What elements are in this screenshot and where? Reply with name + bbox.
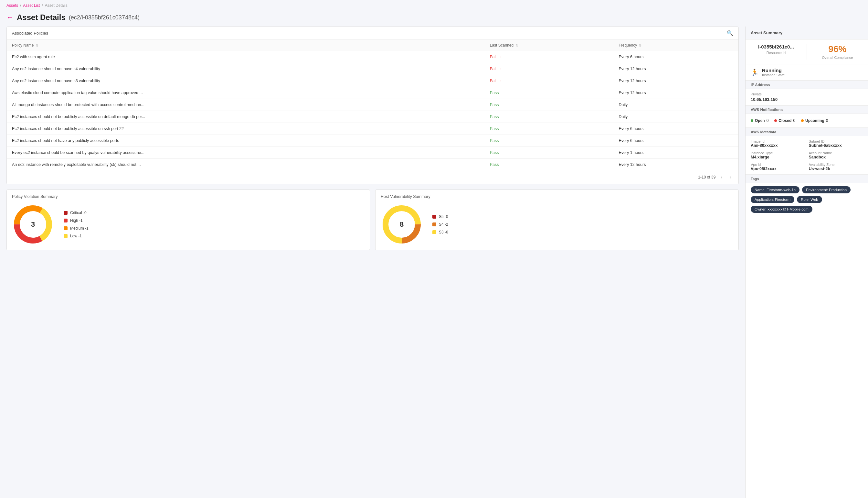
- table-row[interactable]: Any ec2 instance should not have s4 vuln…: [7, 63, 738, 75]
- policy-name-cell: Any ec2 instance should not have s4 vuln…: [7, 63, 485, 75]
- frequency-cell: Every 6 hours: [613, 135, 738, 147]
- breadcrumb-assets[interactable]: Assets: [6, 3, 18, 8]
- charts-row: Policy Violation Summary 3: [6, 189, 739, 250]
- prev-page-button[interactable]: ‹: [719, 174, 724, 181]
- policy-legend: Critical -0High -1Medium -1Low -1: [64, 210, 89, 238]
- upcoming-label: Upcoming: [805, 118, 824, 123]
- instance-state-sublabel: Instance State: [762, 73, 785, 77]
- legend-item: S5 -0: [432, 214, 448, 219]
- table-row[interactable]: Ec2 with ssm agent rule Fail → Every 6 h…: [7, 51, 738, 63]
- table-row[interactable]: Every ec2 instance should be scanned by …: [7, 147, 738, 159]
- running-icon: 🏃: [751, 68, 759, 76]
- metadata-item: Availability ZoneUs-west-2b: [809, 163, 863, 171]
- policy-violation-title: Policy Violation Summary: [12, 194, 365, 199]
- table-row[interactable]: Ec2 instances should not be publicly acc…: [7, 111, 738, 123]
- notif-upcoming: Upcoming 0: [801, 118, 828, 123]
- instance-state-label: Running: [762, 68, 785, 73]
- policy-violation-card: Policy Violation Summary 3: [6, 189, 370, 250]
- compliance-value: 96%: [811, 44, 864, 54]
- status-cell: Pass: [485, 135, 614, 147]
- notifications-section: Open 0 Closed 0 Upcoming 0: [746, 114, 868, 128]
- policies-table: Policy Name ⇅ Last Scanned ⇅ Frequency ⇅…: [7, 40, 738, 170]
- upcoming-dot: [801, 119, 804, 122]
- host-legend: S5 -0S4 -2S3 -6: [432, 214, 448, 234]
- compliance-label: Overall Compliance: [811, 56, 864, 60]
- frequency-cell: Every 12 hours: [613, 63, 738, 75]
- policy-name-cell: Aws elastic cloud compute application ta…: [7, 87, 485, 99]
- policy-name-cell: Ec2 instances should not be publicly acc…: [7, 123, 485, 135]
- tag-badge: Role: Web: [797, 196, 822, 203]
- policy-name-cell: Ec2 with ssm agent rule: [7, 51, 485, 63]
- closed-count: 0: [793, 118, 795, 123]
- legend-item: S4 -2: [432, 222, 448, 227]
- status-cell: Pass: [485, 87, 614, 99]
- policy-name-cell: An ec2 instance with remotely exploitabl…: [7, 159, 485, 171]
- closed-dot: [774, 119, 777, 122]
- policy-name-cell: All mongo db instances should be protect…: [7, 99, 485, 111]
- resource-id-value: I-0355bf261c0...: [749, 44, 803, 50]
- open-count: 0: [767, 118, 769, 123]
- metadata-item: Subnet IDSubnet-6a5xxxxx: [809, 139, 863, 148]
- table-row[interactable]: An ec2 instance with remotely exploitabl…: [7, 159, 738, 171]
- host-vulnerability-card: Host Vulnerability Summary 8 S5 -0S4 -2S…: [375, 189, 739, 250]
- ip-section: Private 10.65.163.150: [746, 89, 868, 105]
- card-header: Associated Policies 🔍: [7, 27, 738, 40]
- tag-badge: Owner: xxxxxxxx@T-Mobile.com: [751, 206, 812, 213]
- frequency-cell: Every 12 hours: [613, 75, 738, 87]
- notifications-section-title: AWS Notifications: [746, 105, 868, 114]
- metadata-section: Image IdAmi-80xxxxxxSubnet IDSubnet-6a5x…: [746, 136, 868, 175]
- right-panel: Asset Summary I-0355bf261c0... Resource …: [745, 27, 868, 498]
- frequency-cell: Daily: [613, 99, 738, 111]
- legend-item: Medium -1: [64, 226, 89, 231]
- compliance-cell: 96% Overall Compliance: [806, 44, 868, 60]
- legend-item: S3 -6: [432, 230, 448, 234]
- upcoming-count: 0: [826, 118, 828, 123]
- next-page-button[interactable]: ›: [728, 174, 733, 181]
- host-donut-label: 8: [400, 220, 404, 228]
- frequency-cell: Every 1 hours: [613, 147, 738, 159]
- tag-badge: Application: Firestorm: [751, 196, 794, 203]
- ip-value: 10.65.163.150: [751, 97, 863, 102]
- metadata-item: Instance TypeM4.xlarge: [751, 151, 805, 159]
- policy-donut: 3: [12, 204, 54, 246]
- pagination-info: 1-10 of 39: [698, 175, 716, 180]
- status-cell: Pass: [485, 147, 614, 159]
- metadata-item: Vpc IdVpc-05f2xxxx: [751, 163, 805, 171]
- table-row[interactable]: Any ec2 instance should not have s3 vuln…: [7, 75, 738, 87]
- host-vulnerability-title: Host Vulnerability Summary: [381, 194, 733, 199]
- frequency-cell: Every 6 hours: [613, 51, 738, 63]
- table-row[interactable]: Ec2 instances should not have any public…: [7, 135, 738, 147]
- metadata-section-title: AWS Metadata: [746, 128, 868, 136]
- tag-badge: Environment: Production: [802, 186, 851, 193]
- col-policy-name: Policy Name ⇅: [7, 40, 485, 51]
- table-row[interactable]: All mongo db instances should be protect…: [7, 99, 738, 111]
- notif-open: Open 0: [751, 118, 769, 123]
- legend-item: High -1: [64, 218, 89, 223]
- legend-item: Critical -0: [64, 210, 89, 215]
- policy-name-cell: Ec2 instances should not be publicly acc…: [7, 111, 485, 123]
- page-header: ← Asset Details (ec2/i-0355bf261c03748c4…: [0, 11, 868, 27]
- resource-id-cell: I-0355bf261c0... Resource Id: [746, 44, 806, 60]
- tags-container: Name: Firestorm-web-1aEnvironment: Produ…: [751, 186, 863, 213]
- search-button[interactable]: 🔍: [727, 30, 733, 36]
- status-cell: Fail →: [485, 51, 614, 63]
- associated-policies-card: Associated Policies 🔍 Policy Name ⇅ Last…: [6, 27, 739, 184]
- breadcrumb: Assets / Asset List / Asset Details: [0, 0, 868, 11]
- back-button[interactable]: ←: [6, 13, 14, 22]
- table-row[interactable]: Aws elastic cloud compute application ta…: [7, 87, 738, 99]
- policy-name-cell: Any ec2 instance should not have s3 vuln…: [7, 75, 485, 87]
- col-last-scanned: Last Scanned ⇅: [485, 40, 614, 51]
- status-cell: Fail →: [485, 63, 614, 75]
- host-donut: 8: [381, 204, 423, 246]
- status-cell: Pass: [485, 123, 614, 135]
- resource-id-label: Resource Id: [749, 51, 803, 55]
- instance-state-section: 🏃 Running Instance State: [746, 64, 868, 80]
- left-panel: Associated Policies 🔍 Policy Name ⇅ Last…: [0, 27, 745, 498]
- table-row[interactable]: Ec2 instances should not be publicly acc…: [7, 123, 738, 135]
- frequency-cell: Every 12 hours: [613, 159, 738, 171]
- open-label: Open: [755, 118, 765, 123]
- card-title: Associated Policies: [12, 31, 48, 36]
- breadcrumb-asset-list[interactable]: Asset List: [23, 3, 40, 8]
- tag-badge: Name: Firestorm-web-1a: [751, 186, 800, 193]
- closed-label: Closed: [778, 118, 791, 123]
